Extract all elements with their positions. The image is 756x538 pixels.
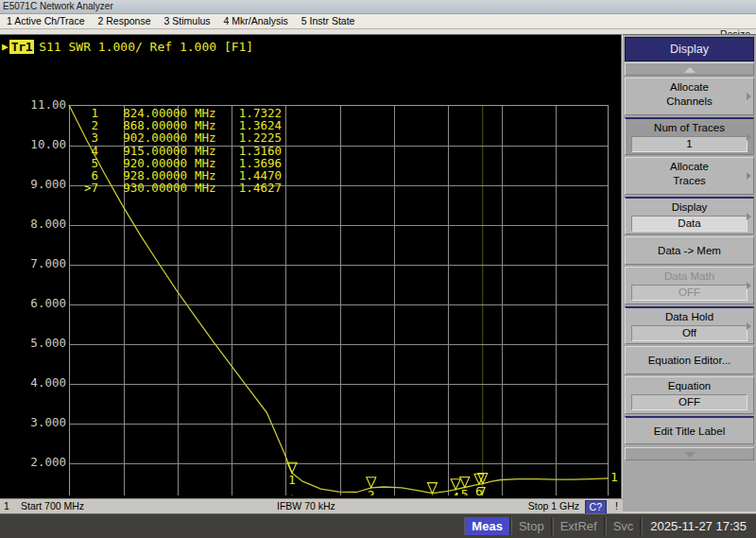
- softkey-scroll-up[interactable]: [625, 62, 754, 76]
- softkey-label: Allocate: [626, 78, 753, 95]
- softkey-label: Data Math: [626, 268, 753, 284]
- marker-table-row[interactable]: >7930.00000MHz1.4627: [74, 182, 282, 194]
- softkey-label-line2: Channels: [626, 95, 753, 109]
- marker-table-row[interactable]: 4915.00000MHz1.3160: [74, 145, 282, 157]
- softkey-num-of-traces[interactable]: Num of Traces1: [625, 117, 754, 155]
- bottom-status-bar: Meas Stop ExtRef Svc 2025-11-27 17:35: [0, 513, 756, 538]
- softkey-allocate[interactable]: AllocateTraces: [625, 157, 754, 195]
- menu-item-instr-state[interactable]: 5 Instr State: [295, 14, 362, 28]
- chevron-right-icon: [747, 322, 751, 330]
- softkey-equation[interactable]: EquationOFF: [625, 376, 754, 414]
- softkey-edit-title-label[interactable]: Edit Title Label: [625, 416, 754, 444]
- instrument-status-bar: 1 Start 700 MHz IFBW 70 kHz Stop 1 GHz C…: [0, 498, 623, 513]
- softkey-label: Edit Title Label: [626, 418, 753, 445]
- softkey-label: Allocate: [626, 158, 753, 174]
- marker-frequency: 915.00000: [98, 145, 187, 157]
- menubar: 1 Active Ch/Trace 2 Response 3 Stimulus …: [0, 14, 756, 29]
- softkey-label: Equation Editor...: [626, 347, 753, 374]
- softkey-label: Data -> Mem: [626, 237, 753, 265]
- softkey-value[interactable]: Data: [631, 216, 747, 232]
- menu-item-response[interactable]: 2 Response: [91, 14, 157, 28]
- status-warning-badge[interactable]: !: [615, 500, 618, 512]
- marker-unit: MHz: [187, 145, 223, 157]
- marker-value: 1.2225: [223, 131, 282, 144]
- marker-index: 4: [74, 145, 98, 157]
- menu-item-mkr-analysis[interactable]: 4 Mkr/Analysis: [217, 14, 295, 28]
- marker-unit: MHz: [187, 131, 223, 144]
- softkey-label: Data Hold: [626, 308, 753, 324]
- status-cal-badge[interactable]: C?: [585, 500, 607, 514]
- softkey-equation-editor[interactable]: Equation Editor...: [625, 346, 754, 374]
- status-stop-indicator[interactable]: Stop: [511, 517, 552, 535]
- softkey-allocate[interactable]: AllocateChannels: [625, 78, 754, 115]
- marker-glyph-1[interactable]: 1: [287, 462, 297, 487]
- status-stop-frequency[interactable]: Stop 1 GHz: [528, 500, 579, 512]
- marker-frequency: 902.00000: [98, 131, 187, 144]
- softkey-value[interactable]: OFF: [631, 394, 747, 410]
- softkey-menu-title: Display: [625, 37, 754, 61]
- chevron-right-icon: [747, 133, 751, 141]
- softkey-label: Display: [626, 199, 753, 215]
- softkey-data-mem[interactable]: Data -> Mem: [625, 236, 754, 265]
- marker-value: 1.3160: [223, 145, 282, 157]
- instrument-display[interactable]: ▶ Tr1 S11 SWR 1.000/ Ref 1.000 [F1] 11.0…: [0, 34, 622, 512]
- marker-index: >7: [74, 182, 98, 194]
- softkey-data-hold[interactable]: Data HoldOff: [625, 306, 754, 344]
- status-extref-indicator[interactable]: ExtRef: [553, 517, 605, 535]
- softkey-list: AllocateChannelsNum of Traces1AllocateTr…: [623, 78, 756, 444]
- softkey-label: Num of Traces: [626, 119, 753, 135]
- svg-text:1: 1: [288, 473, 296, 487]
- marker-index: 3: [74, 131, 98, 144]
- status-svc-indicator[interactable]: Svc: [606, 517, 642, 535]
- softkey-value[interactable]: OFF: [631, 285, 747, 301]
- softkey-value[interactable]: 1: [631, 136, 747, 152]
- chevron-up-icon: [684, 67, 696, 73]
- chevron-right-icon: [747, 213, 751, 220]
- marker-table[interactable]: 1824.00000MHz1.73222868.00000MHz1.362439…: [74, 107, 282, 194]
- menu-item-stimulus[interactable]: 3 Stimulus: [158, 14, 217, 28]
- marker-frequency: 930.00000: [98, 182, 187, 194]
- softkey-scroll-down[interactable]: [625, 447, 754, 460]
- status-channel-number: 1: [4, 500, 9, 512]
- softkey-panel[interactable]: Display AllocateChannelsNum of Traces1Al…: [623, 34, 756, 512]
- chevron-right-icon: [747, 172, 751, 180]
- marker-value: 1.4627: [223, 182, 282, 194]
- chevron-right-icon: [747, 282, 751, 289]
- marker-unit: MHz: [187, 182, 223, 194]
- softkey-label-line2: Traces: [626, 174, 753, 188]
- chevron-right-icon: [747, 93, 751, 100]
- chevron-down-icon: [684, 452, 696, 458]
- status-meas-indicator[interactable]: Meas: [464, 517, 510, 535]
- softkey-data-math[interactable]: Data MathOFF: [625, 267, 754, 304]
- window-titlebar: E5071C Network Analyzer: [0, 0, 756, 14]
- softkey-display[interactable]: DisplayData: [625, 197, 754, 234]
- marker-table-row[interactable]: 3902.00000MHz1.2225: [74, 131, 282, 144]
- status-start-frequency[interactable]: Start 700 MHz: [21, 500, 84, 512]
- trace-right-label: 1: [610, 470, 618, 484]
- status-ifbw[interactable]: IFBW 70 kHz: [277, 500, 335, 512]
- softkey-label: Equation: [626, 377, 753, 393]
- window-title: E5071C Network Analyzer: [3, 1, 113, 11]
- menu-item-active-ch-trace[interactable]: 1 Active Ch/Trace: [0, 14, 91, 28]
- softkey-value[interactable]: Off: [631, 325, 747, 341]
- status-clock: 2025-11-27 17:35: [642, 517, 754, 535]
